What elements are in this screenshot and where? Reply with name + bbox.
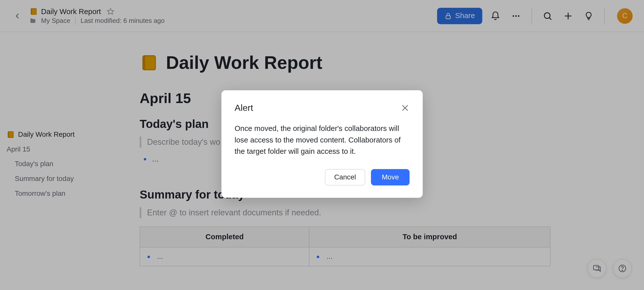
cancel-button[interactable]: Cancel <box>325 169 366 185</box>
close-icon <box>400 104 410 113</box>
alert-modal: Alert Once moved, the original folder's … <box>221 90 423 198</box>
modal-close-button[interactable] <box>400 104 410 113</box>
modal-body-text: Once moved, the original folder's collab… <box>234 123 410 158</box>
move-button[interactable]: Move <box>371 169 410 185</box>
modal-overlay[interactable]: Alert Once moved, the original folder's … <box>0 0 644 290</box>
modal-title: Alert <box>234 103 253 113</box>
